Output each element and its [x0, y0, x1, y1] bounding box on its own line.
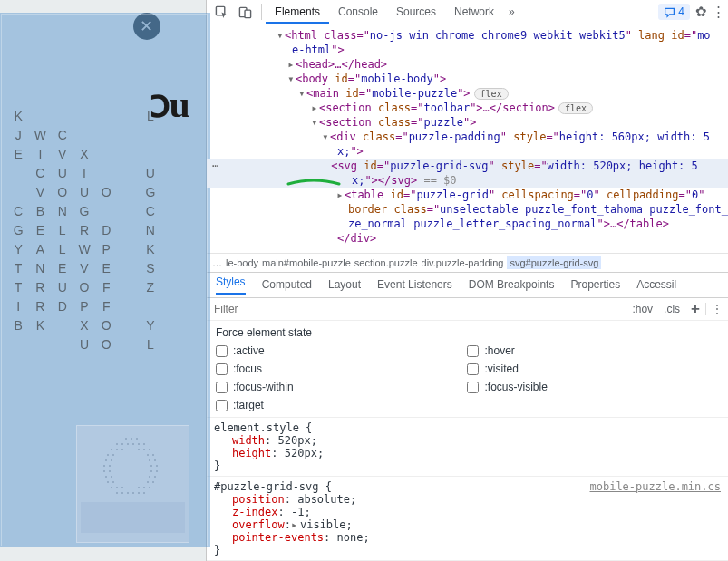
- tab-styles[interactable]: Styles: [216, 276, 246, 295]
- css-rule-puzzle-grid-svg[interactable]: mobile-puzzle.min.cs#puzzle-grid-svg { p…: [207, 477, 728, 561]
- svg-point-29: [150, 470, 152, 472]
- tab-layout[interactable]: Layout: [328, 278, 361, 291]
- svg-point-13: [143, 449, 145, 450]
- svg-point-1: [131, 438, 132, 440]
- svg-point-8: [143, 443, 145, 445]
- force-state-title: Force element state: [216, 326, 719, 339]
- svg-point-18: [152, 454, 154, 456]
- tab-elements[interactable]: Elements: [266, 0, 329, 24]
- inspect-element-icon[interactable]: [210, 2, 234, 22]
- svg-point-11: [121, 449, 123, 450]
- svg-rect-53: [245, 10, 251, 17]
- crumb-section[interactable]: section.puzzle: [354, 257, 418, 268]
- crumb-div[interactable]: div.puzzle-padding: [422, 257, 504, 268]
- settings-gear-icon[interactable]: ✿: [690, 4, 712, 20]
- hov-toggle[interactable]: :hov: [626, 303, 658, 315]
- tab-properties[interactable]: Properties: [570, 278, 620, 291]
- svg-point-47: [127, 492, 129, 494]
- crumb-main[interactable]: main#mobile-puzzle: [262, 257, 351, 268]
- line-actions-icon[interactable]: ⋯: [207, 160, 218, 172]
- svg-point-5: [127, 443, 129, 445]
- tab-network[interactable]: Network: [445, 0, 503, 24]
- svg-point-21: [149, 459, 150, 461]
- svg-point-43: [143, 487, 145, 488]
- svg-point-19: [105, 459, 107, 461]
- force-state-block: Force element state :active :focus :focu…: [207, 321, 728, 418]
- tab-event-listeners[interactable]: Event Listeners: [377, 278, 452, 291]
- force-active[interactable]: :active: [216, 344, 468, 357]
- svg-point-46: [121, 492, 123, 494]
- force-focus-within[interactable]: :focus-within: [216, 381, 468, 393]
- svg-point-41: [121, 487, 123, 488]
- tab-dom-breakpoints[interactable]: DOM Breakpoints: [469, 278, 555, 291]
- svg-point-33: [149, 476, 150, 478]
- svg-point-9: [111, 449, 112, 450]
- tab-sources[interactable]: Sources: [387, 0, 445, 24]
- svg-point-35: [107, 481, 109, 483]
- force-hover[interactable]: :hover: [467, 344, 719, 357]
- css-rule-element-style[interactable]: element.style { width: 520px; height: 52…: [207, 418, 728, 477]
- tab-accessibility[interactable]: Accessil: [636, 278, 676, 291]
- styles-more-icon[interactable]: ⋮: [705, 303, 728, 315]
- force-focus[interactable]: :focus: [216, 363, 468, 375]
- force-visited[interactable]: :visited: [467, 363, 719, 375]
- svg-point-17: [147, 454, 149, 456]
- kebab-menu-icon[interactable]: ⋮: [712, 4, 724, 20]
- svg-point-32: [111, 476, 112, 478]
- svg-point-40: [116, 487, 118, 488]
- svg-point-30: [156, 470, 158, 472]
- svg-point-37: [147, 481, 149, 483]
- svg-point-34: [154, 476, 156, 478]
- styles-filter-row: :hov .cls + ⋮: [207, 298, 728, 322]
- crumb-body[interactable]: le-body: [226, 257, 258, 268]
- page-viewport: ✕ ɔu KLJWCEIVXCUIUVOUOGCBNGCGELRDNYALWPK…: [0, 0, 206, 561]
- styles-tabbar: Styles Computed Layout Event Listeners D…: [207, 273, 728, 297]
- svg-point-50: [143, 492, 145, 494]
- dom-tree[interactable]: ▾<html class="no-js win chrome chrome9 w…: [207, 24, 728, 253]
- svg-point-45: [116, 492, 118, 494]
- svg-point-12: [138, 449, 140, 450]
- crumb-svg[interactable]: svg#puzzle-grid-svg: [507, 256, 601, 269]
- dom-breadcrumb[interactable]: … le-body main#mobile-puzzle section.puz…: [207, 253, 728, 273]
- css-source-link[interactable]: mobile-puzzle.min.cs: [590, 480, 722, 493]
- svg-point-23: [103, 465, 105, 467]
- styles-filter-input[interactable]: [207, 299, 626, 319]
- puzzle-letter-grid: KLJWCEIVXCUIUVOUOGCBNGCGELRDNYALWPKTNEVE…: [7, 109, 161, 356]
- messages-chip[interactable]: 4: [658, 4, 690, 20]
- tabs-overflow-icon[interactable]: »: [503, 0, 520, 24]
- svg-point-38: [152, 481, 154, 483]
- svg-point-4: [121, 443, 123, 445]
- svg-point-31: [105, 476, 107, 478]
- svg-point-49: [138, 492, 140, 494]
- svg-point-36: [112, 481, 114, 483]
- force-focus-visible[interactable]: :focus-visible: [467, 381, 719, 393]
- svg-point-42: [138, 487, 140, 488]
- svg-point-6: [132, 443, 134, 445]
- toggle-device-icon[interactable]: [234, 2, 257, 22]
- tab-console[interactable]: Console: [329, 0, 387, 24]
- new-style-rule-icon[interactable]: +: [685, 300, 705, 318]
- svg-point-44: [149, 487, 150, 488]
- svg-point-10: [116, 449, 118, 450]
- svg-point-24: [109, 465, 111, 467]
- puzzle-minimap: [76, 425, 189, 543]
- svg-point-2: [136, 438, 138, 440]
- svg-point-3: [116, 443, 118, 445]
- devtools-panel: Elements Console Sources Network » 4 ✿ ⋮…: [206, 0, 728, 561]
- svg-point-20: [111, 459, 112, 461]
- svg-point-28: [109, 470, 111, 472]
- svg-point-16: [112, 454, 114, 456]
- svg-point-27: [103, 470, 105, 472]
- svg-point-14: [149, 449, 150, 450]
- svg-point-7: [138, 443, 140, 445]
- svg-point-48: [132, 492, 134, 494]
- messages-count: 4: [678, 5, 684, 18]
- svg-point-26: [156, 465, 158, 467]
- tab-computed[interactable]: Computed: [262, 278, 312, 291]
- svg-point-15: [107, 454, 109, 456]
- svg-point-25: [150, 465, 152, 467]
- force-target[interactable]: :target: [216, 399, 468, 411]
- svg-point-22: [154, 459, 156, 461]
- devtools-tabbar: Elements Console Sources Network » 4 ✿ ⋮: [207, 0, 728, 24]
- cls-toggle[interactable]: .cls: [658, 303, 685, 315]
